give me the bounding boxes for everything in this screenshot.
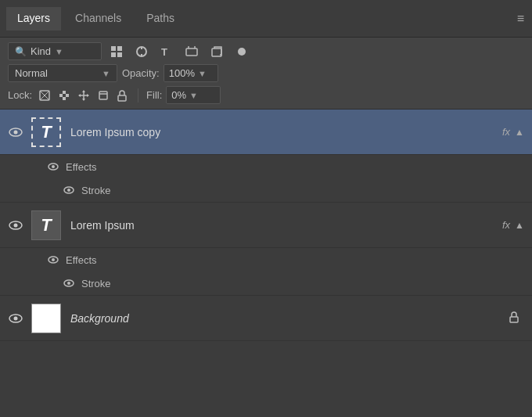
separator bbox=[138, 88, 138, 102]
svg-marker-22 bbox=[82, 90, 85, 92]
layer-1-stroke-item[interactable]: Stroke bbox=[0, 178, 532, 202]
svg-rect-3 bbox=[117, 52, 122, 57]
search-icon: 🔍 bbox=[15, 46, 27, 57]
svg-rect-1 bbox=[117, 46, 122, 51]
layer-3-thumbnail bbox=[31, 304, 61, 333]
svg-point-34 bbox=[67, 189, 70, 192]
layer-2-thumbnail: T bbox=[31, 210, 61, 240]
tab-bar: Layers Channels Paths ≡ bbox=[0, 0, 532, 38]
layer-thumbnail: T bbox=[31, 117, 61, 147]
svg-rect-8 bbox=[186, 49, 197, 56]
lock-transparent-icon[interactable] bbox=[36, 88, 53, 102]
fill-label: Fill: bbox=[146, 89, 162, 101]
filter-type-icon[interactable]: T bbox=[156, 43, 177, 60]
stroke-2-label: Stroke bbox=[81, 278, 111, 289]
layer-visibility-toggle[interactable] bbox=[8, 124, 23, 140]
lock-artboard-icon[interactable] bbox=[95, 88, 112, 102]
kind-chevron: ▼ bbox=[55, 47, 63, 56]
effects-visibility-icon[interactable] bbox=[47, 160, 59, 173]
filter-pixel-icon[interactable] bbox=[106, 43, 127, 60]
stroke-label: Stroke bbox=[81, 185, 111, 196]
svg-rect-19 bbox=[63, 97, 66, 100]
svg-point-36 bbox=[14, 223, 18, 227]
fill-chevron: ▼ bbox=[189, 91, 198, 100]
opacity-value: 100% bbox=[169, 67, 195, 79]
opacity-group: Opacity: 100% ▼ bbox=[122, 64, 218, 82]
tab-channels[interactable]: Channels bbox=[64, 7, 132, 31]
kind-dropdown[interactable]: 🔍 Kind ▼ bbox=[8, 42, 102, 60]
fill-control[interactable]: 0% ▼ bbox=[166, 86, 221, 104]
svg-rect-16 bbox=[59, 94, 63, 97]
layer-2-expand-arrow[interactable]: ▲ bbox=[515, 220, 524, 231]
layers-toolbar: 🔍 Kind ▼ T bbox=[0, 38, 532, 110]
kind-label: Kind bbox=[31, 45, 51, 57]
layer-2-fx-badge: fx bbox=[502, 219, 510, 231]
svg-rect-26 bbox=[99, 92, 107, 99]
filter-shape-icon[interactable] bbox=[182, 43, 202, 60]
layer-2-effects-item[interactable]: Effects bbox=[0, 248, 532, 271]
fill-value: 0% bbox=[171, 89, 186, 101]
lock-all-icon[interactable] bbox=[114, 88, 130, 102]
effects-label: Effects bbox=[66, 161, 97, 173]
mode-dropdown[interactable]: Normal ▼ bbox=[8, 64, 117, 82]
svg-rect-2 bbox=[111, 52, 116, 57]
layer-2-stroke-item[interactable]: Stroke bbox=[0, 271, 532, 295]
filter-adjustment-icon[interactable] bbox=[131, 43, 152, 60]
lock-group: Lock: bbox=[8, 88, 130, 102]
layer-2-effects-group: Effects Stroke bbox=[0, 248, 532, 296]
svg-rect-18 bbox=[63, 91, 66, 94]
tab-paths[interactable]: Paths bbox=[135, 7, 185, 31]
filter-smartobject-icon[interactable] bbox=[207, 43, 227, 60]
opacity-chevron: ▼ bbox=[198, 69, 207, 78]
lock-pixels-icon[interactable] bbox=[56, 88, 73, 102]
stroke-visibility-icon[interactable] bbox=[63, 184, 75, 196]
svg-point-38 bbox=[52, 258, 55, 261]
layer-item-lorem-ipsum[interactable]: T Lorem Ipsum fx ▲ bbox=[0, 203, 532, 248]
opacity-control[interactable]: 100% ▼ bbox=[164, 64, 218, 82]
svg-point-42 bbox=[14, 316, 18, 320]
layer-item-lorem-ipsum-copy[interactable]: T Lorem Ipsum copy fx ▲ bbox=[0, 110, 532, 155]
svg-point-12 bbox=[238, 48, 246, 56]
layers-list: T Lorem Ipsum copy fx ▲ Effects Stroke bbox=[0, 110, 532, 412]
layer-fx-badge: fx bbox=[502, 126, 510, 138]
svg-marker-24 bbox=[78, 94, 81, 97]
stroke-2-visibility-icon[interactable] bbox=[63, 277, 75, 289]
lock-fill-row: Lock: bbox=[8, 86, 524, 104]
filter-row: 🔍 Kind ▼ T bbox=[8, 42, 524, 60]
layer-1-effects-item[interactable]: Effects bbox=[0, 155, 532, 178]
mode-label: Normal bbox=[15, 67, 48, 79]
svg-point-32 bbox=[52, 165, 55, 168]
svg-text:T: T bbox=[161, 46, 167, 58]
svg-point-40 bbox=[67, 282, 70, 285]
layer-name: Lorem Ipsum copy bbox=[70, 126, 502, 138]
svg-rect-17 bbox=[66, 94, 69, 97]
lock-move-icon[interactable] bbox=[75, 88, 92, 102]
svg-marker-25 bbox=[87, 94, 89, 97]
svg-point-30 bbox=[14, 130, 18, 134]
fill-group: Fill: 0% ▼ bbox=[146, 86, 221, 104]
layer-item-background[interactable]: Background bbox=[0, 296, 532, 341]
opacity-label: Opacity: bbox=[122, 67, 160, 79]
layer-2-visibility-toggle[interactable] bbox=[8, 217, 23, 233]
lock-label: Lock: bbox=[8, 89, 32, 101]
layer-3-name: Background bbox=[70, 312, 509, 325]
svg-rect-43 bbox=[510, 317, 518, 322]
lock-icons bbox=[36, 88, 130, 102]
svg-rect-0 bbox=[111, 46, 116, 51]
tab-layers[interactable]: Layers bbox=[6, 7, 61, 31]
mode-chevron: ▼ bbox=[102, 69, 110, 78]
layer-3-lock-icon bbox=[509, 311, 519, 325]
mode-opacity-row: Normal ▼ Opacity: 100% ▼ bbox=[8, 64, 524, 82]
layer-1-effects-group: Effects Stroke bbox=[0, 155, 532, 203]
filter-fill-icon[interactable] bbox=[232, 43, 252, 60]
layer-expand-arrow[interactable]: ▲ bbox=[515, 127, 524, 138]
panel-menu-icon[interactable]: ≡ bbox=[517, 12, 524, 26]
effects-2-label: Effects bbox=[66, 254, 97, 266]
layer-3-visibility-toggle[interactable] bbox=[8, 311, 23, 326]
svg-marker-23 bbox=[82, 99, 85, 101]
layer-2-name: Lorem Ipsum bbox=[70, 219, 502, 232]
effects-2-visibility-icon[interactable] bbox=[47, 253, 59, 266]
svg-rect-28 bbox=[118, 95, 126, 101]
